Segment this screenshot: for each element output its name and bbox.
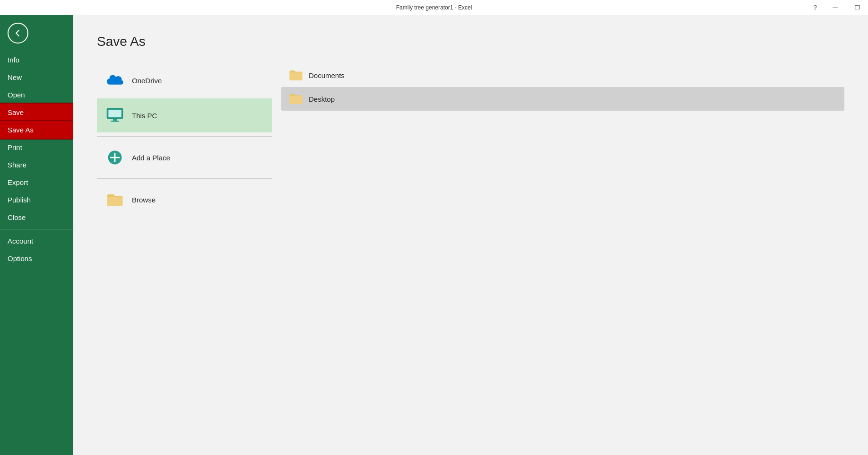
location-divider-2: [97, 178, 272, 179]
thispc-label: This PC: [132, 112, 157, 120]
maximize-button[interactable]: ❐: [846, 0, 868, 15]
svg-rect-2: [113, 119, 117, 121]
onedrive-label: OneDrive: [132, 77, 162, 85]
sidebar-item-save[interactable]: Save: [0, 104, 73, 121]
onedrive-icon: [104, 70, 125, 91]
sidebar-divider: [0, 229, 73, 229]
addplace-label: Add a Place: [132, 154, 170, 162]
page-title: Save As: [97, 34, 844, 49]
sidebar-item-open[interactable]: Open: [0, 86, 73, 104]
recent-folders: Documents Desktop: [272, 63, 844, 218]
addplace-icon: [104, 147, 125, 168]
sidebar: Info New Open Save Save As Print Share E…: [0, 15, 73, 455]
main-content: Save As OneDrive: [73, 15, 868, 455]
location-thispc[interactable]: This PC: [97, 98, 272, 132]
browse-icon: [104, 189, 125, 210]
thispc-icon: [104, 105, 125, 126]
folder-desktop-label: Desktop: [309, 95, 335, 103]
sidebar-item-close[interactable]: Close: [0, 209, 73, 226]
title-bar-text: Family tree generator1 - Excel: [396, 4, 472, 11]
sidebar-item-share[interactable]: Share: [0, 156, 73, 174]
sidebar-item-account[interactable]: Account: [0, 232, 73, 250]
sidebar-item-print[interactable]: Print: [0, 139, 73, 156]
sidebar-item-info[interactable]: Info: [0, 51, 73, 69]
title-bar: Family tree generator1 - Excel ? — ❐: [0, 0, 868, 15]
svg-rect-3: [111, 121, 119, 122]
minimize-button[interactable]: —: [825, 0, 846, 15]
folder-documents[interactable]: Documents: [281, 63, 844, 87]
location-onedrive[interactable]: OneDrive: [97, 63, 272, 97]
folder-desktop[interactable]: Desktop: [281, 87, 844, 111]
sidebar-item-new[interactable]: New: [0, 69, 73, 86]
sidebar-item-export[interactable]: Export: [0, 174, 73, 191]
help-button[interactable]: ?: [806, 4, 825, 11]
app-body: Info New Open Save Save As Print Share E…: [0, 15, 868, 455]
sidebar-item-saveas[interactable]: Save As: [0, 121, 73, 139]
svg-rect-1: [108, 110, 121, 117]
sidebar-item-publish[interactable]: Publish: [0, 191, 73, 209]
locations-list: OneDrive This PC: [97, 63, 272, 218]
title-bar-controls: ? — ❐: [806, 0, 868, 15]
location-addplace[interactable]: Add a Place: [97, 140, 272, 175]
folder-documents-label: Documents: [309, 71, 345, 79]
browse-label: Browse: [132, 196, 156, 204]
location-divider: [97, 136, 272, 137]
sidebar-item-options[interactable]: Options: [0, 250, 73, 267]
location-browse[interactable]: Browse: [97, 183, 272, 217]
back-button[interactable]: [8, 23, 28, 44]
locations-section: OneDrive This PC: [97, 63, 844, 218]
